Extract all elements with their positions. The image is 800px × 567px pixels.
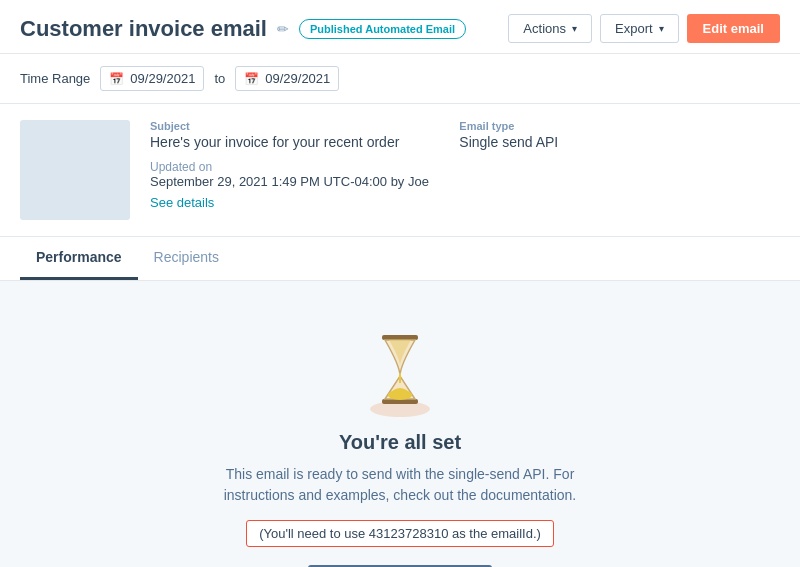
- updated-on: Updated on September 29, 2021 1:49 PM UT…: [150, 160, 780, 189]
- published-badge: Published Automated Email: [299, 19, 466, 39]
- email-meta: Subject Here's your invoice for your rec…: [150, 120, 780, 210]
- header: Customer invoice email ✏ Published Autom…: [0, 0, 800, 54]
- all-set-title: You're all set: [339, 431, 461, 454]
- from-date-calendar-icon: 📅: [109, 72, 124, 86]
- tab-recipients[interactable]: Recipients: [138, 237, 235, 280]
- email-type-group: Email type Single send API: [459, 120, 558, 150]
- export-chevron-icon: ▾: [659, 23, 664, 34]
- main-content: You're all set This email is ready to se…: [0, 281, 800, 567]
- updated-value: September 29, 2021 1:49 PM UTC-04:00 by …: [150, 174, 429, 189]
- tabs-row: Performance Recipients: [0, 237, 800, 281]
- time-range-label: Time Range: [20, 71, 90, 86]
- subject-label: Subject: [150, 120, 399, 132]
- page-wrapper: Customer invoice email ✏ Published Autom…: [0, 0, 800, 567]
- from-date-value: 09/29/2021: [130, 71, 195, 86]
- subject-value: Here's your invoice for your recent orde…: [150, 134, 399, 150]
- edit-email-button[interactable]: Edit email: [687, 14, 780, 43]
- to-date-calendar-icon: 📅: [244, 72, 259, 86]
- time-range-row: Time Range 📅 09/29/2021 to 📅 09/29/2021: [0, 54, 800, 104]
- header-left: Customer invoice email ✏ Published Autom…: [20, 16, 466, 42]
- export-button[interactable]: Export ▾: [600, 14, 679, 43]
- actions-button[interactable]: Actions ▾: [508, 14, 592, 43]
- subject-group: Subject Here's your invoice for your rec…: [150, 120, 399, 150]
- email-meta-grid: Subject Here's your invoice for your rec…: [150, 120, 780, 150]
- see-details-link[interactable]: See details: [150, 195, 214, 210]
- all-set-description: This email is ready to send with the sin…: [190, 464, 610, 506]
- updated-label: Updated on: [150, 160, 780, 174]
- email-thumbnail: [20, 120, 130, 220]
- tab-performance[interactable]: Performance: [20, 237, 138, 280]
- from-date-input[interactable]: 📅 09/29/2021: [100, 66, 204, 91]
- email-id-badge: (You'll need to use 43123728310 as the e…: [246, 520, 554, 547]
- edit-icon[interactable]: ✏: [277, 21, 289, 37]
- to-date-input[interactable]: 📅 09/29/2021: [235, 66, 339, 91]
- hourglass-illustration: [355, 321, 445, 411]
- header-right: Actions ▾ Export ▾ Edit email: [508, 14, 780, 43]
- email-type-value: Single send API: [459, 134, 558, 150]
- email-info-section: Subject Here's your invoice for your rec…: [0, 104, 800, 237]
- page-title: Customer invoice email: [20, 16, 267, 42]
- to-label: to: [214, 71, 225, 86]
- actions-chevron-icon: ▾: [572, 23, 577, 34]
- email-type-label: Email type: [459, 120, 558, 132]
- to-date-value: 09/29/2021: [265, 71, 330, 86]
